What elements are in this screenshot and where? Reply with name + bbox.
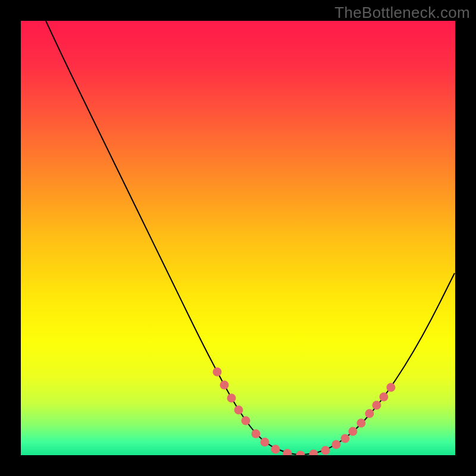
data-point — [213, 368, 222, 377]
data-point — [349, 427, 358, 436]
plot-area — [21, 21, 455, 455]
data-point — [332, 440, 341, 449]
data-point — [372, 401, 381, 410]
watermark-text: TheBottleneck.com — [334, 4, 470, 22]
data-point — [252, 430, 261, 439]
dots-layer — [21, 21, 455, 455]
chart-frame: TheBottleneck.com — [0, 0, 476, 476]
data-point — [227, 394, 236, 403]
data-point — [365, 409, 374, 418]
data-point — [220, 381, 229, 390]
data-point — [283, 449, 292, 456]
data-point — [296, 451, 305, 456]
data-point — [380, 393, 389, 402]
data-point — [387, 383, 396, 392]
data-point — [309, 450, 318, 456]
data-point — [357, 419, 366, 428]
data-point — [341, 434, 350, 443]
data-point — [321, 446, 330, 455]
data-point — [242, 416, 250, 425]
data-point — [234, 406, 243, 415]
data-point — [261, 438, 270, 447]
data-point — [271, 445, 280, 454]
